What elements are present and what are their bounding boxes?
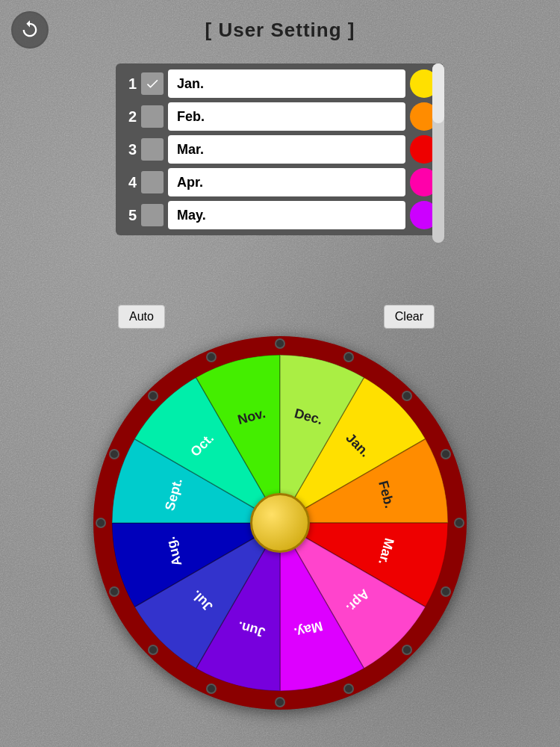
bolt-14: [402, 391, 412, 401]
wheel-container: Jan.Feb.Mar.Apr.May.Jun.Jul.Aug.Sept.Oct…: [93, 336, 467, 710]
row-input-1[interactable]: [168, 69, 405, 98]
bolt-9: [109, 449, 119, 459]
setting-row-1: 1: [122, 69, 438, 98]
row-checkbox-3[interactable]: [141, 138, 164, 161]
bolt-11: [206, 352, 217, 362]
wheel-outer[interactable]: Jan.Feb.Mar.Apr.May.Jun.Jul.Aug.Sept.Oct…: [93, 336, 467, 710]
bolt-7: [109, 586, 119, 597]
scrollbar-thumb[interactable]: [432, 63, 444, 123]
setting-row-3: 3: [122, 135, 438, 164]
row-number-2: 2: [122, 108, 137, 125]
row-checkbox-2[interactable]: [141, 105, 164, 128]
row-input-2[interactable]: [168, 102, 405, 131]
row-input-4[interactable]: [168, 168, 405, 196]
bolt-0: [454, 518, 464, 528]
bolt-4: [275, 697, 285, 707]
auto-button[interactable]: Auto: [118, 305, 165, 329]
back-button[interactable]: [11, 11, 49, 49]
bolt-1: [441, 586, 451, 597]
bolt-2: [402, 645, 412, 655]
setting-row-2: 2: [122, 102, 438, 131]
settings-panel: 1 2 3 4: [116, 63, 444, 235]
row-checkbox-1[interactable]: [141, 72, 164, 95]
row-number-3: 3: [122, 141, 137, 158]
bolt-5: [206, 684, 217, 694]
row-input-5[interactable]: [168, 201, 405, 229]
row-number-4: 4: [122, 174, 137, 191]
bolt-6: [148, 645, 158, 655]
row-number-1: 1: [122, 75, 137, 93]
row-input-3[interactable]: [168, 135, 405, 164]
bolt-12: [275, 338, 285, 349]
row-checkbox-4[interactable]: [141, 171, 164, 193]
bolt-3: [343, 684, 354, 694]
wheel-hub: [250, 493, 310, 553]
row-checkbox-5[interactable]: [141, 204, 164, 226]
back-icon: [19, 19, 40, 40]
bolt-15: [441, 449, 451, 459]
bolt-13: [343, 352, 354, 362]
row-number-5: 5: [122, 207, 137, 224]
bolt-8: [96, 518, 106, 528]
setting-row-5: 5: [122, 201, 438, 229]
clear-button[interactable]: Clear: [384, 305, 435, 329]
page-title: [ User Setting ]: [0, 19, 560, 42]
scrollbar[interactable]: [432, 63, 444, 243]
bolt-10: [148, 391, 158, 401]
setting-row-4: 4: [122, 168, 438, 196]
